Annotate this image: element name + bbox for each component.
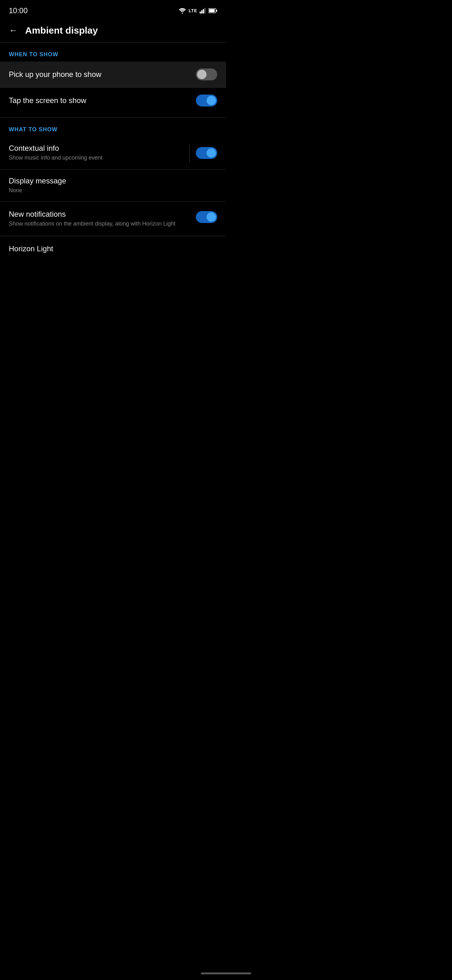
horizon-light-title: Horizon Light [9, 244, 211, 253]
notifications-subtitle: Show notifications on the ambient displa… [9, 220, 190, 228]
toggle-track-contextual[interactable] [196, 147, 217, 159]
toggle-thumb-tap-screen [206, 96, 216, 105]
display-message-subtitle: None [9, 186, 211, 194]
setting-text-contextual: Contextual info Show music info and upco… [9, 144, 189, 162]
section-header-when: WHEN TO SHOW [0, 42, 226, 62]
vertical-divider [189, 143, 190, 162]
status-time: 10:00 [9, 6, 28, 15]
toggle-pick-up[interactable] [196, 68, 217, 80]
toggle-thumb-pick-up [197, 70, 206, 79]
svg-rect-1 [200, 12, 201, 14]
toggle-tap-screen[interactable] [196, 95, 217, 107]
svg-rect-4 [205, 8, 206, 14]
page-title: Ambient display [25, 25, 98, 36]
display-message-title: Display message [9, 177, 211, 185]
back-button[interactable]: ← [9, 25, 17, 35]
status-bar: 10:00 LTE [0, 0, 226, 19]
setting-row-horizon-light[interactable]: Horizon Light [0, 236, 226, 261]
toggle-track-pick-up[interactable] [196, 68, 217, 80]
header: ← Ambient display [0, 19, 226, 42]
toggle-notifications[interactable] [196, 211, 217, 223]
setting-text-pick-up: Pick up your phone to show [9, 70, 196, 79]
toggle-track-notifications[interactable] [196, 211, 217, 223]
setting-text-horizon-light: Horizon Light [9, 244, 217, 253]
setting-text-display-message: Display message None [9, 177, 217, 194]
setting-text-tap-screen: Tap the screen to show [9, 96, 196, 105]
setting-row-contextual[interactable]: Contextual info Show music info and upco… [0, 137, 226, 169]
svg-rect-7 [209, 9, 215, 12]
lte-icon: LTE [189, 8, 197, 13]
svg-rect-3 [203, 9, 204, 14]
svg-point-0 [182, 13, 183, 14]
setting-row-notifications[interactable]: New notifications Show notifications on … [0, 202, 226, 236]
svg-rect-6 [216, 10, 217, 12]
toggle-thumb-notifications [206, 212, 216, 222]
contextual-title: Contextual info [9, 144, 183, 153]
status-icons: LTE [179, 8, 217, 14]
notifications-title: New notifications [9, 210, 190, 219]
pick-up-title: Pick up your phone to show [9, 70, 190, 79]
toggle-contextual[interactable] [196, 147, 217, 159]
setting-row-pick-up[interactable]: Pick up your phone to show [0, 62, 226, 88]
setting-row-tap-screen[interactable]: Tap the screen to show [0, 88, 226, 113]
contextual-subtitle: Show music info and upcoming event [9, 154, 183, 162]
toggle-thumb-contextual [206, 148, 216, 158]
wifi-icon [179, 8, 186, 14]
battery-icon [208, 8, 217, 13]
svg-rect-2 [201, 10, 203, 14]
setting-text-notifications: New notifications Show notifications on … [9, 210, 196, 228]
section-header-what: WHAT TO SHOW [0, 118, 226, 137]
setting-row-display-message[interactable]: Display message None [0, 170, 226, 201]
signal-icon [200, 8, 206, 14]
toggle-track-tap-screen[interactable] [196, 95, 217, 107]
tap-screen-title: Tap the screen to show [9, 96, 190, 105]
